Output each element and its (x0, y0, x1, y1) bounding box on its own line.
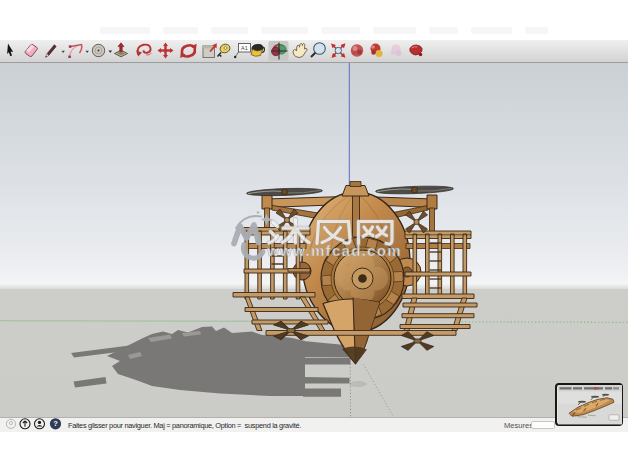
svg-text:?: ? (53, 419, 58, 428)
svg-text:A1: A1 (241, 45, 248, 51)
svg-text:www.mfcad.com: www.mfcad.com (266, 242, 402, 259)
